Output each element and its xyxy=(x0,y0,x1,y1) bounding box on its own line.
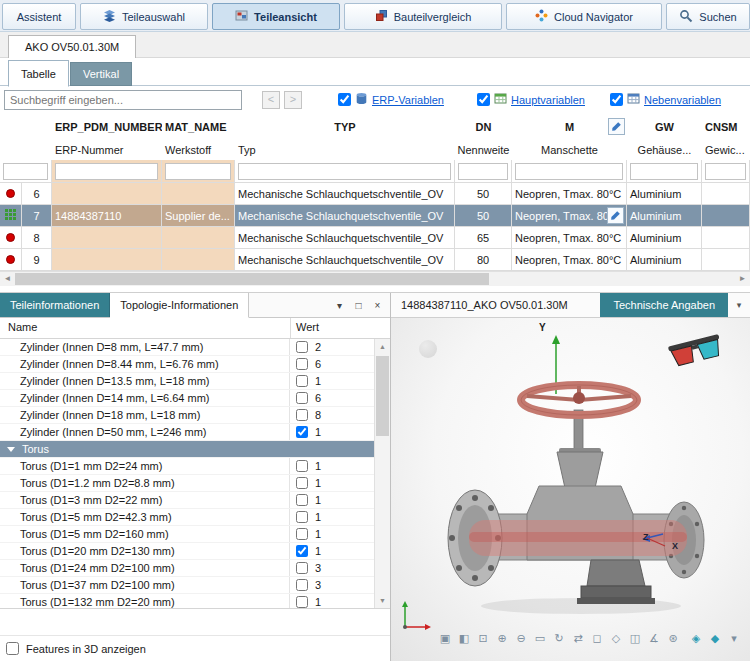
panel-maximize-icon[interactable]: □ xyxy=(350,297,367,314)
col-header-dn[interactable]: DN xyxy=(455,115,512,139)
viewer-menu-icon[interactable]: ▾ xyxy=(726,630,742,646)
main-tab-suchen[interactable]: Suchen xyxy=(666,3,750,30)
scrollbar-thumb[interactable] xyxy=(376,356,389,436)
edit-column-button[interactable] xyxy=(608,118,625,135)
front-view-icon[interactable]: ◻ xyxy=(589,630,605,646)
feature-checkbox[interactable] xyxy=(296,596,308,608)
3d-viewport[interactable]: Y xyxy=(391,318,750,661)
camera-icon[interactable]: ▣ xyxy=(437,630,453,646)
zoom-in-icon[interactable]: ⊕ xyxy=(494,630,510,646)
topology-row[interactable]: Torus (D1=3 mm D2=22 mm)1 xyxy=(0,492,374,509)
col-header-typ[interactable]: TYP xyxy=(235,115,455,139)
scroll-down-arrow-icon[interactable]: ▼ xyxy=(375,593,390,608)
stereo-view-icon[interactable]: ◆ xyxy=(707,630,723,646)
topology-row[interactable]: Torus (D1=24 mm D2=100 mm)3 xyxy=(0,560,374,577)
filter-input-erp[interactable] xyxy=(55,163,158,180)
topology-row[interactable]: Torus (D1=20 mm D2=130 mm)1 xyxy=(0,543,374,560)
table-row-7-selected[interactable]: 7 14884387110 Supplier de... Mechanische… xyxy=(0,205,750,227)
topology-group-row-torus[interactable]: Torus xyxy=(0,441,374,458)
topology-row[interactable]: Torus (D1=37 mm D2=100 mm)3 xyxy=(0,577,374,594)
main-tab-teileansicht[interactable]: Teileansicht xyxy=(212,3,340,30)
nebenvariablen-link[interactable]: Nebenvariablen xyxy=(644,94,721,106)
render-mode-icon[interactable]: ◧ xyxy=(456,630,472,646)
scroll-left-arrow-icon[interactable]: ◄ xyxy=(0,272,15,286)
tab-teileinformationen[interactable]: Teileinformationen xyxy=(0,293,110,317)
feature-checkbox[interactable] xyxy=(296,562,308,574)
filter-input-nennweite[interactable] xyxy=(458,163,508,180)
filter-input-manschette[interactable] xyxy=(515,163,623,180)
panel-close-icon[interactable]: × xyxy=(369,297,386,314)
feature-checkbox[interactable] xyxy=(296,545,308,557)
anaglyph-icon[interactable]: ◈ xyxy=(688,630,704,646)
nebenvariablen-checkbox[interactable] xyxy=(610,93,623,106)
filter-input-typ[interactable] xyxy=(238,163,451,180)
scroll-up-arrow-icon[interactable]: ▲ xyxy=(375,339,390,354)
fit-view-icon[interactable]: ▭ xyxy=(532,630,548,646)
feature-checkbox[interactable] xyxy=(296,358,308,370)
next-button[interactable]: > xyxy=(284,91,302,109)
iso-view-icon[interactable]: ◇ xyxy=(608,630,624,646)
topology-row[interactable]: Zylinder (Innen D=13.5 mm, L=18 mm)1 xyxy=(0,373,374,390)
hauptvariablen-link[interactable]: Hauptvariablen xyxy=(511,94,585,106)
tab-technische-angaben[interactable]: Technische Angaben xyxy=(600,293,728,317)
filter-input-number[interactable] xyxy=(3,163,48,180)
topology-row[interactable]: Zylinder (Innen D=8.44 mm, L=6.76 mm)6 xyxy=(0,356,374,373)
document-tab[interactable]: AKO OV50.01.30M xyxy=(8,35,136,58)
feature-checkbox[interactable] xyxy=(296,477,308,489)
horizontal-scrollbar[interactable]: ◄ ► xyxy=(0,271,750,286)
main-tab-cloud-navigator[interactable]: Cloud Navigator xyxy=(506,3,662,30)
col-header-cnsm[interactable]: CNSM xyxy=(702,115,750,139)
main-tab-assistent[interactable]: Assistent xyxy=(2,3,76,30)
col-header-gw[interactable]: GW xyxy=(627,115,702,139)
topology-row[interactable]: Zylinder (Innen D=8 mm, L=47.7 mm)2 xyxy=(0,339,374,356)
col-header-erp[interactable]: ERP_PDM_NUMBER xyxy=(52,115,162,139)
topology-row[interactable]: Torus (D1=5 mm D2=160 mm)1 xyxy=(0,526,374,543)
feature-checkbox[interactable] xyxy=(296,579,308,591)
topology-row[interactable]: Zylinder (Innen D=14 mm, L=6.64 mm)6 xyxy=(0,390,374,407)
col-header-mat[interactable]: MAT_NAME xyxy=(162,115,235,139)
scroll-right-arrow-icon[interactable]: ► xyxy=(735,272,750,286)
vertical-scrollbar[interactable]: ▲ ▼ xyxy=(374,339,390,608)
topology-row[interactable]: Torus (D1=5 mm D2=42.3 mm)1 xyxy=(0,509,374,526)
search-input[interactable] xyxy=(4,90,242,110)
edit-cell-button[interactable] xyxy=(607,207,624,224)
feature-checkbox[interactable] xyxy=(296,460,308,472)
filter-input-werkstoff[interactable] xyxy=(165,163,231,180)
topology-row[interactable]: Torus (D1=1.2 mm D2=8.8 mm)1 xyxy=(0,475,374,492)
feature-checkbox[interactable] xyxy=(296,494,308,506)
panel-dropdown-icon[interactable]: ▾ xyxy=(331,297,348,314)
col-header-m[interactable]: M xyxy=(512,115,627,139)
feature-checkbox[interactable] xyxy=(296,409,308,421)
feature-checkbox[interactable] xyxy=(296,341,308,353)
feature-checkbox[interactable] xyxy=(296,511,308,523)
main-tab-bauteilvergleich[interactable]: Bauteilvergleich xyxy=(344,3,502,30)
pan-view-icon[interactable]: ⇄ xyxy=(570,630,586,646)
section-view-icon[interactable]: ◫ xyxy=(627,630,643,646)
main-tab-teileauswahl[interactable]: Teileauswahl xyxy=(80,3,208,30)
tab-tabelle[interactable]: Tabelle xyxy=(8,60,69,87)
scrollbar-thumb[interactable] xyxy=(15,273,489,285)
topology-row[interactable]: Zylinder (Innen D=50 mm, L=246 mm)1 xyxy=(0,424,374,441)
feature-checkbox[interactable] xyxy=(296,375,308,387)
zoom-out-icon[interactable]: ⊖ xyxy=(513,630,529,646)
topology-row[interactable]: Torus (D1=132 mm D2=20 mm)1 xyxy=(0,594,374,609)
topology-row[interactable]: Torus (D1=1 mm D2=24 mm)1 xyxy=(0,458,374,475)
measure-icon[interactable]: ∡ xyxy=(646,630,662,646)
zoom-window-icon[interactable]: ⊡ xyxy=(475,630,491,646)
table-row-8[interactable]: 8 Mechanische Schlauchquetschventile_OV … xyxy=(0,227,750,249)
settings-icon[interactable]: ⊛ xyxy=(665,630,681,646)
topology-row[interactable]: Zylinder (Innen D=18 mm, L=18 mm)8 xyxy=(0,407,374,424)
table-row-9[interactable]: 9 Mechanische Schlauchquetschventile_OV … xyxy=(0,249,750,271)
viewer-dropdown-icon[interactable]: ▾ xyxy=(728,293,750,317)
features-3d-checkbox[interactable] xyxy=(6,642,19,655)
rotate-view-icon[interactable]: ↻ xyxy=(551,630,567,646)
filter-input-gewicht[interactable] xyxy=(705,163,746,180)
tab-vertikal[interactable]: Vertikal xyxy=(70,62,132,86)
feature-checkbox[interactable] xyxy=(296,426,308,438)
prev-button[interactable]: < xyxy=(262,91,280,109)
feature-checkbox[interactable] xyxy=(296,392,308,404)
tab-topologie-informationen[interactable]: Topologie-Informationen xyxy=(110,293,249,318)
column-header-name[interactable]: Name xyxy=(8,321,37,333)
erp-variables-checkbox[interactable] xyxy=(338,93,351,106)
column-header-wert[interactable]: Wert xyxy=(296,321,319,333)
